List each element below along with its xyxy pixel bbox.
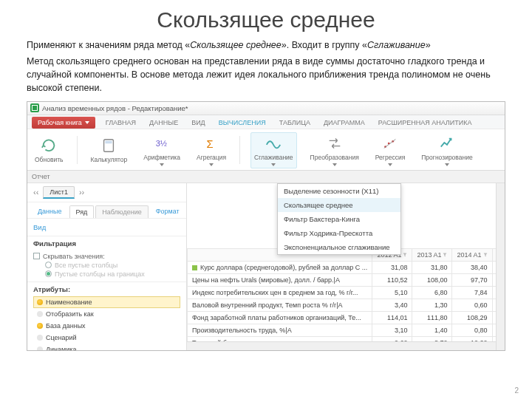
cell-value: 114,01 [372,311,412,324]
cell-value: 1,40 [412,324,452,336]
svg-text:3½: 3½ [156,138,167,147]
chevron-down-icon [209,163,214,166]
transform-button[interactable]: Преобразования [307,133,362,168]
cell-value: 38,40 [452,261,492,273]
pin-icon [37,335,43,341]
filter-icon [403,253,407,257]
transform-icon [326,134,344,152]
cell-value: 108,29 [452,311,492,324]
cell-value: 31,80 [412,261,452,273]
forecast-icon [438,134,456,152]
calculator-button[interactable]: Калькулятор [88,135,131,165]
slide-para-2: Метод скользящего среднего основан на пр… [22,55,510,95]
empty-cols-label: Все пустые столбцы [55,262,117,269]
attr-label: База данных [46,322,86,330]
column-header[interactable]: 2013 A1 [412,248,452,261]
sheet-prev-button[interactable]: ‹‹ [32,188,40,197]
attr-label: Динамика [46,346,76,350]
table-row[interactable]: Фонд заработной платы работников организ… [188,311,505,324]
dropdown-item[interactable]: Фильтр Бакстера-Кинга [278,212,400,226]
empty-cols-radio [45,262,52,268]
sheet-tab[interactable]: Лист1 [43,186,75,199]
subtab-format[interactable]: Формат [150,205,185,218]
dropdown-item[interactable]: Экспоненциальное сглаживание [278,240,400,254]
slide-para-1: Применяют к значениям ряда метод «Скольз… [22,38,510,52]
cell-value: 108,00 [412,273,452,286]
regression-button[interactable]: Регрессия [372,133,408,168]
ribbon: Обновить Калькулятор 3½ Арифметика Σ Агр… [27,129,505,171]
forecast-button[interactable]: Прогнозирование [418,133,475,168]
page-number: 2 [514,386,519,395]
tab-home[interactable]: ГЛАВНАЯ [103,117,139,129]
tab-data[interactable]: ДАННЫЕ [146,117,181,129]
cell-value: 0,60 [452,299,492,311]
view-link[interactable]: Вид [27,218,186,236]
refresh-icon [40,137,58,154]
dropdown-item[interactable]: Выделение сезонности (X11) [278,184,400,198]
tab-analytics[interactable]: РАСШИРЕННАЯ АНАЛИТИКА [375,117,475,129]
hide-values-checkbox[interactable] [33,253,40,259]
tab-chart[interactable]: ДИАГРАММА [321,117,368,129]
horizontal-scrollbar[interactable] [187,341,496,350]
row-label: Фонд заработной платы работников организ… [188,311,372,324]
refresh-button[interactable]: Обновить [32,135,66,165]
attr-label: Сценарий [46,334,77,341]
tab-view[interactable]: ВИД [188,117,208,129]
cell-value: 5,10 [372,286,412,299]
hide-values-label: Скрывать значения: [43,253,105,260]
table-row[interactable]: Валовой внутренний продукт, Темп роста %… [188,299,505,311]
cell-value: 0,80 [452,324,492,336]
edge-cols-radio [45,270,52,277]
attr-row[interactable]: Наименование [33,296,180,308]
table-row[interactable]: Курс доллара (среднегодовой), рублей за … [188,261,505,273]
attr-row[interactable]: База данных [33,320,180,332]
svg-rect-1 [106,141,112,144]
arithmetic-button[interactable]: 3½ Арифметика [140,133,183,168]
row-label: Валовой внутренний продукт, Темп роста %… [188,299,372,311]
chevron-down-icon [388,163,392,166]
vertical-scrollbar[interactable] [496,183,505,350]
ribbon-tabs: Рабочая книга ГЛАВНАЯ ДАННЫЕ ВИД ВЫЧИСЛЕ… [27,115,505,129]
cell-value: 6,80 [412,286,452,299]
chevron-down-icon [332,163,337,166]
attr-label: Отобразить как [46,310,94,318]
table-row[interactable]: Производительность труда, %|А3,101,400,8… [188,324,505,336]
sheet-next-button[interactable]: ›› [78,188,86,197]
cell-value: 111,80 [412,311,452,324]
filter-icon [483,253,488,257]
report-bar: Отчет [27,171,505,183]
arithmetic-icon: 3½ [153,134,171,152]
left-panel: ‹‹ Лист1 ›› Данные Ряд Наблюдение Формат… [27,183,187,350]
cell-value: 1,30 [412,299,452,311]
row-label: Курс доллара (среднегодовой), рублей за … [188,261,372,273]
attr-row[interactable]: Динамика [33,344,180,350]
smoothing-button[interactable]: Сглаживание [250,132,297,168]
table-row[interactable]: Индекс потребительских цен в среднем за … [188,286,505,299]
pin-icon [37,323,43,329]
aggregation-button[interactable]: Σ Агрегация [194,133,229,168]
subtab-series[interactable]: Ряд [69,205,95,218]
cell-value: 97,70 [452,273,492,286]
table-row[interactable]: Цены на нефть Urals (мировые), долл. / б… [188,273,505,286]
row-label: Цены на нефть Urals (мировые), долл. / б… [188,273,372,286]
column-header[interactable]: 2014 A1 [452,248,492,261]
subtab-observation[interactable]: Наблюдение [95,205,148,218]
dropdown-item[interactable]: Скользящее среднее [278,198,400,212]
dropdown-item[interactable]: Фильтр Ходрика-Прескотта [278,226,400,240]
filter-icon [443,253,447,257]
chevron-down-icon [160,163,164,166]
chevron-down-icon [271,163,276,166]
tab-calculations[interactable]: ВЫЧИСЛЕНИЯ [216,117,269,129]
cell-value: 110,52 [372,273,412,286]
tab-table[interactable]: ТАБЛИЦА [276,117,313,129]
filter-section-header: Фильтрация [27,236,186,250]
attr-row[interactable]: Отобразить как [33,308,180,320]
slide-title: Скользящее среднее [22,7,510,33]
attr-row[interactable]: Сценарий [33,332,180,344]
workbook-menu-button[interactable]: Рабочая книга [32,117,95,129]
cell-value: 7,84 [452,286,492,299]
pin-icon [37,311,43,317]
pin-icon [37,299,43,305]
subtab-data[interactable]: Данные [32,205,68,218]
attr-label: Наименование [46,299,92,306]
